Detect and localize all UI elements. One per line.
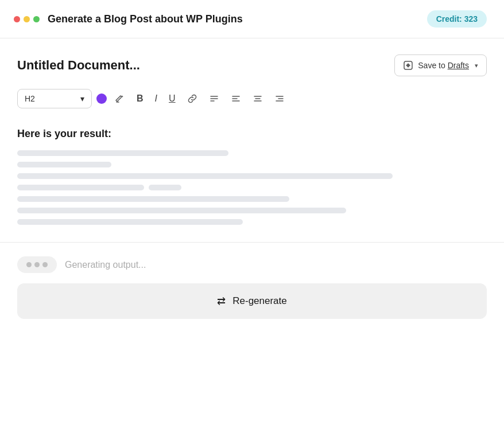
- regenerate-label: Re-generate: [232, 295, 287, 307]
- doc-header: Untitled Document... Save to Drafts ▾: [17, 54, 487, 76]
- skeleton-line: [149, 185, 181, 190]
- dot-green: [33, 16, 40, 22]
- heading-select-chevron: ▾: [80, 94, 84, 103]
- save-drafts-label: Save to Drafts: [418, 61, 469, 70]
- bold-button[interactable]: B: [133, 91, 147, 106]
- page-title: Generate a Blog Post about WP Plugins: [48, 13, 243, 25]
- result-heading: Here is your result:: [17, 128, 487, 140]
- content-area: Here is your result:: [17, 122, 487, 242]
- arrows-icon: ⇄: [217, 295, 226, 307]
- skeleton-line: [17, 185, 144, 190]
- skeleton-line: [17, 219, 243, 225]
- link-button[interactable]: [184, 91, 201, 106]
- loading-dot-2: [34, 262, 40, 267]
- color-picker[interactable]: [96, 93, 107, 104]
- list-button[interactable]: [206, 91, 223, 106]
- loading-dots: [17, 256, 57, 273]
- heading-select-value: H2: [25, 94, 35, 103]
- highlighter-button[interactable]: [111, 91, 129, 106]
- skeleton-row: [17, 185, 487, 190]
- dot-yellow: [24, 16, 30, 22]
- generating-text: Generating output...: [65, 260, 146, 270]
- skeleton-line: [17, 162, 111, 167]
- align-right-button[interactable]: [271, 91, 288, 106]
- save-to-drafts-button[interactable]: Save to Drafts ▾: [394, 54, 487, 76]
- skeleton-lines: [17, 150, 487, 225]
- loading-dot-3: [42, 262, 48, 267]
- toolbar: H2 ▾ B I U: [17, 89, 487, 108]
- top-bar: Generate a Blog Post about WP Plugins Cr…: [0, 0, 504, 38]
- generating-row: Generating output...: [17, 256, 487, 273]
- align-left-button[interactable]: [227, 91, 245, 106]
- top-bar-left: Generate a Blog Post about WP Plugins: [14, 13, 243, 25]
- credit-badge: Credit: 323: [427, 10, 487, 28]
- align-center-button[interactable]: [249, 91, 266, 106]
- skeleton-line: [17, 150, 228, 156]
- document-area: Untitled Document... Save to Drafts ▾ H2…: [0, 38, 504, 243]
- regenerate-button[interactable]: ⇄ Re-generate: [17, 283, 487, 319]
- skeleton-line: [17, 208, 346, 213]
- loading-dot-1: [26, 262, 32, 267]
- skeleton-line: [17, 173, 393, 179]
- save-icon: [403, 60, 413, 71]
- underline-button[interactable]: U: [165, 91, 179, 106]
- window-dots: [14, 16, 40, 22]
- dot-red: [14, 16, 20, 22]
- italic-button[interactable]: I: [152, 91, 161, 106]
- bottom-section: Generating output... ⇄ Re-generate: [0, 243, 504, 330]
- skeleton-line: [17, 196, 289, 202]
- chevron-down-icon: ▾: [475, 62, 478, 69]
- heading-select[interactable]: H2 ▾: [17, 89, 92, 108]
- document-title[interactable]: Untitled Document...: [17, 58, 140, 73]
